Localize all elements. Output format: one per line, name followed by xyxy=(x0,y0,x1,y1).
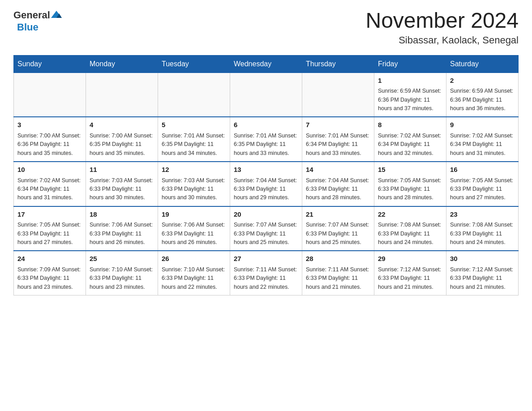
table-row: 8Sunrise: 7:02 AM Sunset: 6:34 PM Daylig… xyxy=(374,117,446,162)
header-monday: Monday xyxy=(86,55,158,73)
table-row: 12Sunrise: 7:03 AM Sunset: 6:33 PM Dayli… xyxy=(158,162,230,206)
table-row: 18Sunrise: 7:06 AM Sunset: 6:33 PM Dayli… xyxy=(86,206,158,251)
table-row: 23Sunrise: 7:08 AM Sunset: 6:33 PM Dayli… xyxy=(446,206,519,251)
calendar-week-row: 10Sunrise: 7:02 AM Sunset: 6:34 PM Dayli… xyxy=(14,162,519,206)
day-number: 7 xyxy=(306,120,370,130)
day-info: Sunrise: 7:01 AM Sunset: 6:34 PM Dayligh… xyxy=(306,132,370,158)
day-info: Sunrise: 7:11 AM Sunset: 6:33 PM Dayligh… xyxy=(306,265,370,291)
table-row: 9Sunrise: 7:02 AM Sunset: 6:34 PM Daylig… xyxy=(446,117,519,162)
table-row xyxy=(14,73,86,117)
header-friday: Friday xyxy=(374,55,446,73)
table-row: 14Sunrise: 7:04 AM Sunset: 6:33 PM Dayli… xyxy=(302,162,374,206)
day-info: Sunrise: 7:06 AM Sunset: 6:33 PM Dayligh… xyxy=(90,221,154,247)
day-info: Sunrise: 7:04 AM Sunset: 6:33 PM Dayligh… xyxy=(234,176,298,202)
table-row: 30Sunrise: 7:12 AM Sunset: 6:33 PM Dayli… xyxy=(446,251,519,295)
table-row: 10Sunrise: 7:02 AM Sunset: 6:34 PM Dayli… xyxy=(14,162,86,206)
calendar-subtitle: Sibassar, Kaolack, Senegal xyxy=(365,34,519,46)
day-number: 24 xyxy=(17,254,82,264)
day-info: Sunrise: 7:05 AM Sunset: 6:33 PM Dayligh… xyxy=(378,176,442,202)
table-row: 11Sunrise: 7:03 AM Sunset: 6:33 PM Dayli… xyxy=(86,162,158,206)
day-info: Sunrise: 7:07 AM Sunset: 6:33 PM Dayligh… xyxy=(306,221,370,247)
day-info: Sunrise: 7:09 AM Sunset: 6:33 PM Dayligh… xyxy=(17,265,82,291)
table-row: 16Sunrise: 7:05 AM Sunset: 6:33 PM Dayli… xyxy=(446,162,519,206)
table-row: 3Sunrise: 7:00 AM Sunset: 6:36 PM Daylig… xyxy=(14,117,86,162)
table-row: 6Sunrise: 7:01 AM Sunset: 6:35 PM Daylig… xyxy=(230,117,302,162)
day-info: Sunrise: 7:05 AM Sunset: 6:33 PM Dayligh… xyxy=(17,221,82,247)
day-info: Sunrise: 7:02 AM Sunset: 6:34 PM Dayligh… xyxy=(17,176,82,202)
day-number: 26 xyxy=(162,254,226,264)
day-number: 8 xyxy=(378,120,442,130)
day-number: 6 xyxy=(234,120,298,130)
table-row: 25Sunrise: 7:10 AM Sunset: 6:33 PM Dayli… xyxy=(86,251,158,295)
header-tuesday: Tuesday xyxy=(158,55,230,73)
page-header: General Blue November 2024 Sibassar, Kao… xyxy=(13,9,519,46)
header-sunday: Sunday xyxy=(14,55,86,73)
calendar-title: November 2024 xyxy=(365,9,519,33)
day-number: 3 xyxy=(17,120,82,130)
table-row: 21Sunrise: 7:07 AM Sunset: 6:33 PM Dayli… xyxy=(302,206,374,251)
table-row xyxy=(158,73,230,117)
day-info: Sunrise: 7:01 AM Sunset: 6:35 PM Dayligh… xyxy=(234,132,298,158)
day-info: Sunrise: 7:10 AM Sunset: 6:33 PM Dayligh… xyxy=(162,265,226,291)
day-info: Sunrise: 7:00 AM Sunset: 6:35 PM Dayligh… xyxy=(90,132,154,158)
table-row: 27Sunrise: 7:11 AM Sunset: 6:33 PM Dayli… xyxy=(230,251,302,295)
day-number: 17 xyxy=(17,210,82,220)
day-number: 9 xyxy=(450,120,515,130)
day-info: Sunrise: 7:02 AM Sunset: 6:34 PM Dayligh… xyxy=(378,132,442,158)
day-number: 23 xyxy=(450,210,515,220)
day-number: 11 xyxy=(90,165,154,175)
table-row: 28Sunrise: 7:11 AM Sunset: 6:33 PM Dayli… xyxy=(302,251,374,295)
logo-icon xyxy=(50,9,63,21)
day-number: 18 xyxy=(90,210,154,220)
logo: General Blue xyxy=(13,9,63,33)
day-number: 15 xyxy=(378,165,442,175)
table-row: 13Sunrise: 7:04 AM Sunset: 6:33 PM Dayli… xyxy=(230,162,302,206)
day-info: Sunrise: 7:06 AM Sunset: 6:33 PM Dayligh… xyxy=(162,221,226,247)
calendar-header-row: Sunday Monday Tuesday Wednesday Thursday… xyxy=(14,55,519,73)
day-number: 1 xyxy=(378,76,442,86)
table-row xyxy=(230,73,302,117)
day-info: Sunrise: 7:02 AM Sunset: 6:34 PM Dayligh… xyxy=(450,132,515,158)
logo-blue-text: Blue xyxy=(17,21,39,33)
day-number: 27 xyxy=(234,254,298,264)
header-thursday: Thursday xyxy=(302,55,374,73)
day-info: Sunrise: 7:08 AM Sunset: 6:33 PM Dayligh… xyxy=(450,221,515,247)
day-number: 29 xyxy=(378,254,442,264)
header-wednesday: Wednesday xyxy=(230,55,302,73)
calendar-week-row: 3Sunrise: 7:00 AM Sunset: 6:36 PM Daylig… xyxy=(14,117,519,162)
day-number: 25 xyxy=(90,254,154,264)
day-number: 16 xyxy=(450,165,515,175)
day-number: 4 xyxy=(90,120,154,130)
table-row: 26Sunrise: 7:10 AM Sunset: 6:33 PM Dayli… xyxy=(158,251,230,295)
table-row: 19Sunrise: 7:06 AM Sunset: 6:33 PM Dayli… xyxy=(158,206,230,251)
day-info: Sunrise: 7:12 AM Sunset: 6:33 PM Dayligh… xyxy=(378,265,442,291)
day-info: Sunrise: 7:08 AM Sunset: 6:33 PM Dayligh… xyxy=(378,221,442,247)
table-row: 20Sunrise: 7:07 AM Sunset: 6:33 PM Dayli… xyxy=(230,206,302,251)
day-info: Sunrise: 7:03 AM Sunset: 6:33 PM Dayligh… xyxy=(162,176,226,202)
day-number: 22 xyxy=(378,210,442,220)
day-info: Sunrise: 6:59 AM Sunset: 6:36 PM Dayligh… xyxy=(450,87,515,113)
table-row: 29Sunrise: 7:12 AM Sunset: 6:33 PM Dayli… xyxy=(374,251,446,295)
day-number: 28 xyxy=(306,254,370,264)
day-number: 30 xyxy=(450,254,515,264)
day-number: 5 xyxy=(162,120,226,130)
calendar-week-row: 24Sunrise: 7:09 AM Sunset: 6:33 PM Dayli… xyxy=(14,251,519,295)
table-row: 17Sunrise: 7:05 AM Sunset: 6:33 PM Dayli… xyxy=(14,206,86,251)
day-info: Sunrise: 6:59 AM Sunset: 6:36 PM Dayligh… xyxy=(378,87,442,113)
day-info: Sunrise: 7:00 AM Sunset: 6:36 PM Dayligh… xyxy=(17,132,82,158)
table-row: 2Sunrise: 6:59 AM Sunset: 6:36 PM Daylig… xyxy=(446,73,519,117)
day-info: Sunrise: 7:01 AM Sunset: 6:35 PM Dayligh… xyxy=(162,132,226,158)
table-row: 4Sunrise: 7:00 AM Sunset: 6:35 PM Daylig… xyxy=(86,117,158,162)
table-row: 7Sunrise: 7:01 AM Sunset: 6:34 PM Daylig… xyxy=(302,117,374,162)
day-number: 21 xyxy=(306,210,370,220)
day-number: 20 xyxy=(234,210,298,220)
day-info: Sunrise: 7:05 AM Sunset: 6:33 PM Dayligh… xyxy=(450,176,515,202)
day-number: 19 xyxy=(162,210,226,220)
calendar-table: Sunday Monday Tuesday Wednesday Thursday… xyxy=(13,55,519,295)
calendar-week-row: 17Sunrise: 7:05 AM Sunset: 6:33 PM Dayli… xyxy=(14,206,519,251)
day-number: 13 xyxy=(234,165,298,175)
day-number: 10 xyxy=(17,165,82,175)
day-info: Sunrise: 7:04 AM Sunset: 6:33 PM Dayligh… xyxy=(306,176,370,202)
calendar-week-row: 1Sunrise: 6:59 AM Sunset: 6:36 PM Daylig… xyxy=(14,73,519,117)
header-saturday: Saturday xyxy=(446,55,519,73)
